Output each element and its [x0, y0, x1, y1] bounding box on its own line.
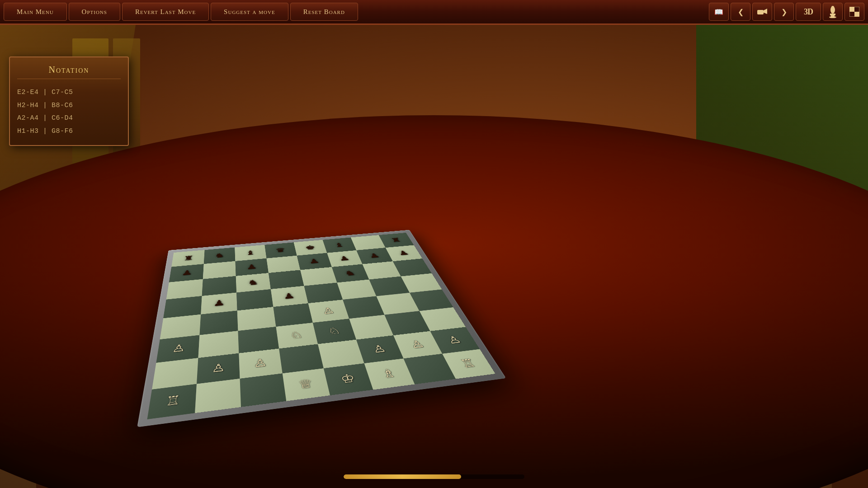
piece-wq-3-7: ♕ [282, 368, 330, 401]
menu-bar: Main Menu Options Revert Last Move Sugge… [0, 0, 868, 25]
game-scene: ♜♞♝♛♚♝♜♟♟♟♟♟♟♞♞♟♟♙♙♘♘♙♙♙♙♙♖♕♔♗♖ Notation… [0, 25, 868, 488]
checkerboard-icon-button[interactable] [844, 3, 864, 21]
main-menu-button[interactable]: Main Menu [4, 3, 67, 21]
svg-point-6 [831, 6, 834, 9]
svg-rect-0 [757, 10, 764, 14]
svg-rect-9 [849, 12, 854, 17]
next-button[interactable]: ❯ [774, 3, 794, 21]
progress-bar [344, 474, 524, 479]
notation-panel: Notation E2-E4 | C7-C5 H2-H4 | B8-C6 A2-… [9, 56, 129, 146]
svg-rect-3 [831, 15, 835, 17]
cell-D1[interactable]: ♕ [282, 368, 330, 401]
piece-icon-button[interactable] [823, 3, 843, 21]
svg-rect-4 [830, 14, 835, 15]
cell-C1[interactable] [240, 373, 286, 407]
notation-move-3: A2-A4 | C6-D4 [17, 112, 121, 125]
svg-marker-1 [764, 9, 767, 14]
prev-button[interactable]: ❮ [731, 3, 750, 21]
3d-button[interactable]: 3D [796, 3, 821, 21]
svg-rect-10 [854, 12, 859, 17]
book-icon-button[interactable]: 📖 [709, 3, 729, 21]
options-button[interactable]: Options [69, 3, 120, 21]
reset-button[interactable]: Reset Board [290, 3, 358, 21]
progress-bar-fill [344, 474, 461, 479]
notation-move-1: E2-E4 | C7-C5 [17, 86, 121, 99]
suggest-button[interactable]: Suggest a move [211, 3, 288, 21]
notation-move-4: H1-H3 | G8-F6 [17, 125, 121, 138]
revert-button[interactable]: Revert Last Move [122, 3, 209, 21]
notation-move-2: H2-H4 | B8-C6 [17, 99, 121, 113]
svg-rect-7 [849, 7, 854, 12]
svg-rect-8 [854, 7, 859, 12]
camera-icon-button[interactable] [752, 3, 772, 21]
notation-title: Notation [17, 65, 121, 79]
cell-B1[interactable] [195, 379, 241, 413]
